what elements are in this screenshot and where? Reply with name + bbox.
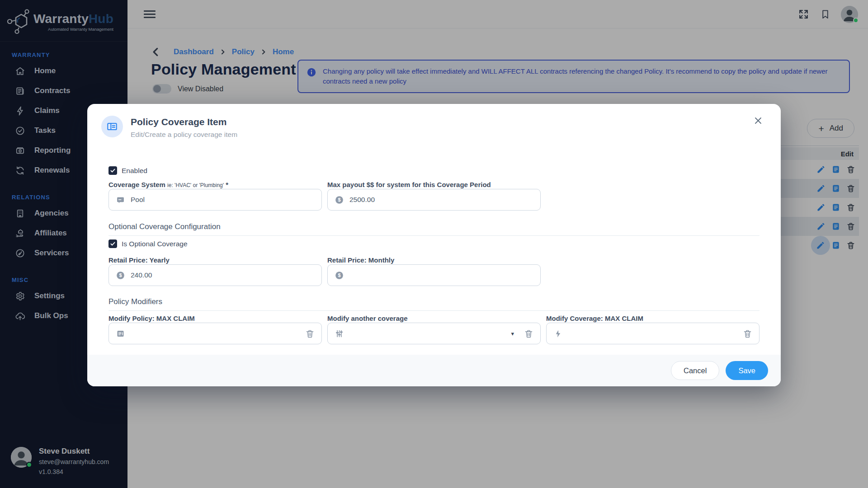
modify-coverage-input[interactable] [546,323,760,344]
coverage-system-hint: ie: 'HVAC' or 'Plumbing' [167,182,224,188]
checkbox-check-icon [108,239,117,248]
max-payout-label: Max payout $$ for system for this Covera… [327,181,541,188]
required-asterisk: * [226,181,228,188]
retail-monthly-input[interactable]: $ [327,264,541,286]
policy-coverage-modal: Policy Coverage Item Edit/Create a polic… [87,104,781,386]
modal-subtitle: Edit/Create a policy coverage item [131,131,237,139]
cancel-button[interactable]: Cancel [671,361,719,380]
modify-another-select[interactable]: ▾ [327,323,541,344]
article-icon [115,328,125,338]
modify-policy-input[interactable] [108,323,322,344]
checkbox-check-icon [108,166,117,175]
svg-text:$: $ [338,272,340,278]
modify-another-label: Modify another coverage [327,314,541,322]
dollar-icon: $ [115,270,125,280]
svg-text:$: $ [119,272,122,278]
modify-policy-label: Modify Policy: MAX CLAIM [108,314,322,322]
modal-title: Policy Coverage Item [131,117,237,127]
policy-modifiers-section-title: Policy Modifiers [108,297,760,306]
close-icon[interactable] [753,115,764,127]
section-divider [108,235,760,236]
retail-monthly-label: Retail Price: Monthly [327,256,541,264]
enabled-label: Enabled [122,167,147,175]
enabled-checkbox[interactable]: Enabled [108,166,147,175]
is-optional-coverage-checkbox[interactable]: Is Optional Coverage [108,239,188,248]
is-optional-coverage-label: Is Optional Coverage [122,240,188,248]
retail-yearly-label: Retail Price: Yearly [108,256,322,264]
coverage-system-label: Coverage System ie: 'HVAC' or 'Plumbing'… [108,181,322,188]
coverage-card-icon [101,116,123,137]
modify-coverage-label: Modify Coverage: MAX CLAIM [546,314,760,322]
trash-icon[interactable] [305,328,315,338]
app-window: WarrantyHub Automated Warranty Managemen… [0,0,868,488]
dollar-icon: $ [334,195,344,205]
modal-footer: Cancel Save [87,355,781,386]
coverage-system-input[interactable]: Pool [108,189,322,211]
modal-header: Policy Coverage Item Edit/Create a polic… [101,116,237,139]
trash-icon[interactable] [524,328,534,338]
card-icon [115,195,125,205]
max-payout-value: 2500.00 [349,196,534,204]
section-divider [108,310,760,311]
dollar-icon: $ [334,270,344,280]
caret-down-icon: ▾ [511,330,514,337]
coverage-system-value: Pool [131,196,315,204]
optional-coverage-section-title: Optional Coverage Configuration [108,222,760,231]
trash-icon[interactable] [743,328,753,338]
retail-yearly-input[interactable]: $ 240.00 [108,264,322,286]
retail-yearly-value: 240.00 [131,271,315,279]
max-payout-input[interactable]: $ 2500.00 [327,189,541,211]
bolt-icon [553,328,563,338]
save-button[interactable]: Save [726,361,768,380]
sliders-icon [334,328,344,338]
svg-text:$: $ [338,197,340,202]
